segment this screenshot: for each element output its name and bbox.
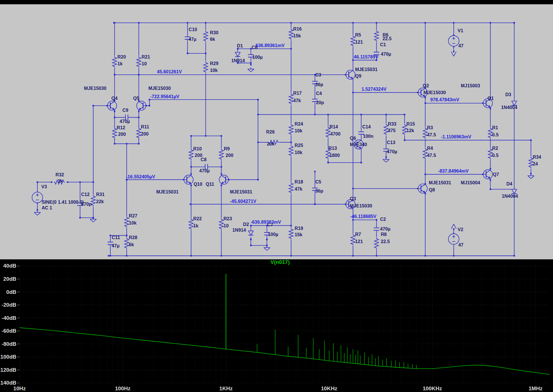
component-label[interactable]: R10: [193, 146, 202, 151]
transistor-Q11[interactable]: [219, 174, 229, 185]
component-label[interactable]: R18: [295, 179, 303, 184]
component-label[interactable]: R23: [223, 216, 232, 221]
component-label[interactable]: 1N4004: [501, 105, 517, 110]
component-label[interactable]: 470µ: [381, 51, 391, 56]
component-label[interactable]: 22.5: [383, 36, 392, 41]
component-label[interactable]: C14: [362, 124, 371, 129]
component-label[interactable]: 200: [118, 132, 126, 137]
component-label[interactable]: D4: [506, 181, 512, 186]
component-label[interactable]: 100µ: [252, 54, 263, 60]
component-label[interactable]: 10k: [295, 150, 303, 155]
schematic-pane[interactable]: C1047µR306kR2910kR201kR2110MJE15030Q4Q5M…: [0, 4, 553, 259]
component-label[interactable]: D1: [237, 43, 243, 48]
component-label[interactable]: R3: [427, 125, 433, 130]
component-label[interactable]: R15: [406, 121, 415, 126]
component-label[interactable]: C10: [189, 27, 197, 32]
component-label[interactable]: C3: [315, 72, 321, 77]
component-label[interactable]: R30: [210, 30, 219, 35]
transistor-Q8[interactable]: [418, 183, 427, 194]
component-label[interactable]: R9: [224, 146, 230, 151]
component-label[interactable]: C8: [201, 157, 207, 162]
component-label[interactable]: R16: [293, 26, 302, 31]
component-label[interactable]: 36p: [315, 188, 323, 193]
component-label[interactable]: 10k: [295, 128, 303, 133]
component-label[interactable]: R20: [118, 54, 126, 59]
component-label[interactable]: 200: [226, 153, 233, 158]
component-label[interactable]: 12k: [406, 128, 414, 133]
component-label[interactable]: MJE340: [350, 142, 367, 147]
component-label[interactable]: MJE15030: [350, 203, 372, 208]
component-label[interactable]: R1: [492, 125, 498, 130]
component-label[interactable]: MJE15030: [84, 86, 106, 91]
resistor-R21[interactable]: [136, 56, 142, 68]
component-label[interactable]: 22k: [96, 199, 104, 204]
ground-G6[interactable]: [528, 174, 534, 179]
component-label[interactable]: V3: [41, 184, 47, 189]
component-label[interactable]: Q11: [206, 181, 214, 187]
component-label[interactable]: R11: [141, 124, 149, 129]
component-label[interactable]: Q6: [350, 136, 356, 141]
component-label[interactable]: 1N914: [231, 58, 245, 63]
component-label[interactable]: 0.5: [492, 153, 499, 158]
transistor-Q5[interactable]: [136, 100, 146, 111]
vsource-V1[interactable]: [448, 35, 459, 47]
component-label[interactable]: 1N4004: [502, 193, 518, 199]
component-label[interactable]: R27: [129, 213, 137, 218]
component-label[interactable]: R29: [210, 61, 219, 66]
component-label[interactable]: 10: [142, 61, 147, 66]
resistor-R8[interactable]: [374, 237, 379, 249]
component-label[interactable]: MJE15030: [148, 86, 171, 91]
component-label[interactable]: D2: [243, 222, 249, 227]
component-label[interactable]: C13: [387, 140, 395, 145]
component-label[interactable]: C9: [122, 108, 128, 113]
capacitor-C2[interactable]: [373, 227, 380, 231]
transistor-Q4[interactable]: [107, 100, 117, 111]
ground-G1[interactable]: [34, 211, 41, 215]
component-label[interactable]: R32: [56, 172, 64, 177]
component-label[interactable]: 6k: [129, 242, 134, 247]
resistor-R19[interactable]: [288, 228, 294, 240]
component-label[interactable]: 475: [388, 128, 395, 133]
component-label[interactable]: C4: [316, 91, 322, 96]
component-label[interactable]: R2: [492, 146, 498, 151]
component-label[interactable]: 470µ: [120, 119, 130, 124]
schematic-canvas[interactable]: C1047µR306kR2910kR201kR2110MJE15030Q4Q5M…: [0, 4, 553, 259]
component-label[interactable]: 47: [458, 43, 463, 48]
component-label[interactable]: 22.5: [381, 239, 390, 244]
ground-G4[interactable]: [264, 246, 270, 250]
component-label[interactable]: R5: [355, 32, 361, 37]
vsource-V2[interactable]: [448, 233, 459, 245]
component-label[interactable]: R31: [96, 192, 105, 197]
resistor-R29[interactable]: [203, 61, 209, 73]
resistor-R30[interactable]: [203, 30, 209, 42]
ground-G2[interactable]: [90, 217, 96, 222]
component-label[interactable]: 20p: [316, 100, 324, 105]
component-label[interactable]: 470µ: [387, 149, 397, 154]
component-label[interactable]: Q9: [355, 73, 362, 78]
waveform-pane[interactable]: V(n017) 40dB20dB0dB-20dB-40dB-60dB-80dB-…: [0, 259, 553, 392]
component-label[interactable]: 1k: [58, 178, 63, 183]
component-label[interactable]: 470p: [81, 201, 92, 207]
resistor-R18[interactable]: [288, 182, 294, 194]
component-label[interactable]: MJE15031: [355, 67, 378, 72]
component-label[interactable]: R25: [295, 143, 303, 148]
component-label[interactable]: R26: [266, 129, 275, 134]
component-label[interactable]: R7: [355, 232, 361, 237]
component-label[interactable]: MJE15031: [230, 189, 252, 194]
transistor-Q7[interactable]: [483, 169, 493, 180]
ground-G5[interactable]: [383, 157, 389, 162]
component-label[interactable]: C1: [380, 42, 386, 47]
component-label[interactable]: MJE15031: [429, 180, 451, 185]
component-label[interactable]: AC 1: [42, 205, 52, 210]
diode-D2[interactable]: [248, 231, 254, 237]
resistor-R25[interactable]: [288, 145, 294, 157]
component-label[interactable]: Q5: [133, 96, 139, 101]
component-label[interactable]: R33: [388, 121, 396, 126]
component-label[interactable]: 15k: [295, 232, 303, 237]
ground-G3[interactable]: [248, 67, 254, 72]
component-label[interactable]: MJ15003: [461, 83, 480, 88]
component-label[interactable]: 10: [223, 223, 229, 228]
component-label[interactable]: Q1: [488, 96, 494, 101]
component-label[interactable]: Q8: [429, 187, 435, 192]
resistor-R24[interactable]: [288, 124, 294, 136]
